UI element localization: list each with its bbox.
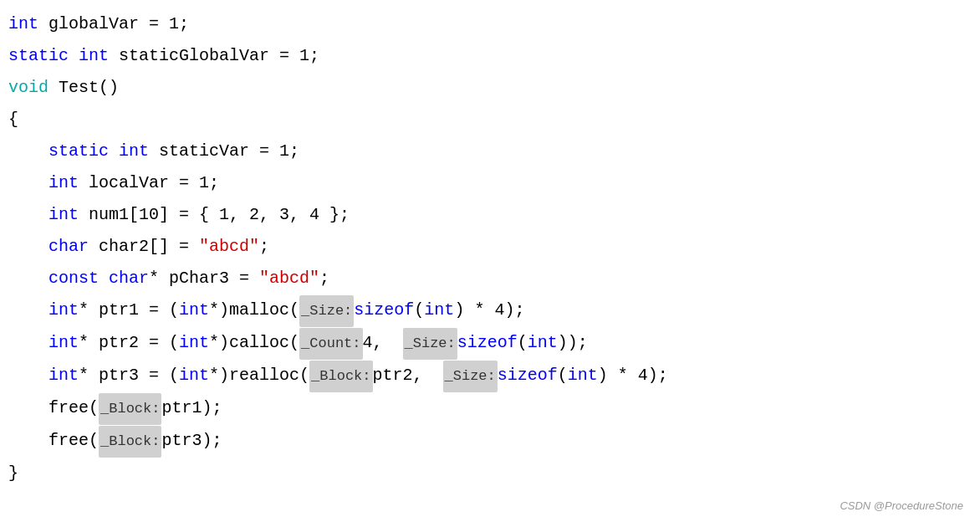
keyword: int: [568, 360, 598, 392]
code-container: int globalVar = 1;static int staticGloba…: [0, 0, 980, 522]
code-line: int localVar = 1;: [8, 167, 980, 199]
code-line: char char2[] = "abcd";: [8, 231, 980, 263]
keyword: int: [48, 360, 79, 392]
keyword: static: [8, 40, 69, 72]
code-text: char2[] =: [89, 231, 199, 263]
code-line: free(_Block:ptr1);: [8, 392, 980, 425]
keyword: sizeof: [354, 294, 414, 326]
code-text: * pChar3 =: [149, 263, 259, 294]
keyword: int: [48, 167, 79, 199]
string-literal: "abcd": [199, 231, 259, 263]
code-text: ) * 4);: [454, 294, 524, 326]
code-line: }: [8, 458, 980, 489]
keyword: char: [48, 231, 89, 263]
keyword: int: [119, 136, 149, 167]
code-line: const char* pChar3 = "abcd";: [8, 263, 980, 294]
code-line: static int staticGlobalVar = 1;: [8, 40, 980, 72]
code-text: (: [414, 294, 424, 326]
code-text: (: [558, 360, 568, 392]
keyword: sizeof: [457, 327, 518, 359]
param-label: _Size:: [299, 295, 354, 327]
keyword: int: [179, 294, 209, 326]
code-line: int num1[10] = { 1, 2, 3, 4 };: [8, 199, 980, 231]
code-text: *)malloc(: [209, 294, 299, 326]
code-line: int* ptr3 = (int*)realloc(_Block:ptr2, _…: [8, 360, 980, 392]
code-text: ptr2,: [373, 360, 443, 392]
code-line: int globalVar = 1;: [8, 8, 980, 40]
code-text: {: [8, 104, 18, 136]
code-text: ptr3);: [161, 425, 222, 457]
code-text: [69, 40, 79, 72]
code-line: {: [8, 104, 980, 136]
code-text: ;: [319, 263, 329, 294]
keyword: int: [48, 327, 79, 359]
code-text: localVar = 1;: [79, 167, 219, 199]
code-text: free(: [48, 425, 99, 457]
code-text: ));: [558, 327, 588, 359]
code-text: 4,: [363, 327, 403, 359]
param-label: _Count:: [299, 328, 362, 360]
param-label: _Block:: [309, 361, 372, 392]
code-line: static int staticVar = 1;: [8, 136, 980, 167]
code-text: * ptr3 = (: [79, 360, 179, 392]
code-text: Test(): [48, 72, 119, 104]
code-text: }: [8, 458, 18, 489]
watermark: CSDN @ProcedureStone: [840, 498, 963, 514]
keyword: int: [79, 40, 109, 72]
code-lines: int globalVar = 1;static int staticGloba…: [8, 8, 980, 489]
keyword: static: [48, 136, 109, 167]
code-text: *)calloc(: [209, 327, 299, 359]
code-text: [109, 136, 119, 167]
code-text: ) * 4);: [598, 360, 668, 392]
code-text: ptr1);: [161, 392, 222, 424]
param-label: _Size:: [403, 328, 457, 360]
code-text: [99, 263, 109, 294]
keyword: int: [179, 360, 209, 392]
code-line: free(_Block:ptr3);: [8, 425, 980, 458]
keyword: int: [48, 199, 79, 231]
keyword-void: void: [8, 72, 48, 104]
code-text: staticGlobalVar = 1;: [109, 40, 319, 72]
param-label: _Size:: [443, 361, 498, 392]
code-text: ;: [259, 231, 269, 263]
code-text: *)realloc(: [209, 360, 309, 392]
code-text: globalVar = 1;: [38, 8, 189, 40]
keyword: int: [179, 327, 209, 359]
code-line: int* ptr1 = (int*)malloc(_Size:sizeof(in…: [8, 294, 980, 327]
keyword: int: [528, 327, 558, 359]
keyword: int: [424, 294, 454, 326]
code-text: num1[10] = { 1, 2, 3, 4 };: [79, 199, 350, 231]
keyword: const: [48, 263, 99, 294]
code-text: (: [518, 327, 528, 359]
keyword: int: [8, 8, 38, 40]
keyword: char: [109, 263, 149, 294]
param-label: _Block:: [99, 393, 161, 425]
code-text: staticVar = 1;: [149, 136, 299, 167]
param-label: _Block:: [99, 426, 161, 458]
keyword: int: [48, 294, 79, 326]
string-literal: "abcd": [259, 263, 319, 294]
code-text: * ptr2 = (: [79, 327, 179, 359]
keyword: sizeof: [498, 360, 558, 392]
code-line: void Test(): [8, 72, 980, 104]
code-text: free(: [48, 392, 99, 424]
code-line: int* ptr2 = (int*)calloc(_Count:4, _Size…: [8, 327, 980, 360]
code-text: * ptr1 = (: [79, 294, 179, 326]
